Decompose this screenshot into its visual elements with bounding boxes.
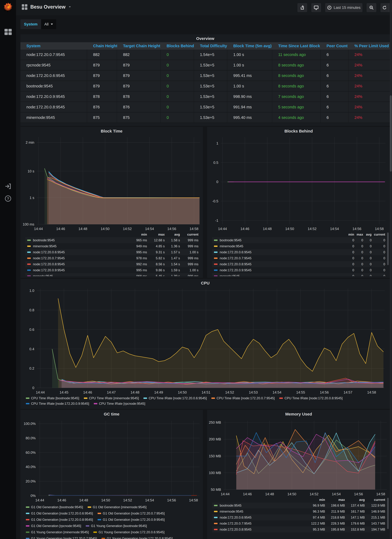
legend-item[interactable]: G1 Young Generation [bootnode:9545] [86, 524, 147, 528]
legend-header-min[interactable]: min [345, 233, 354, 236]
legend-item[interactable]: CPU Time IRate [rpcnode:9545] [94, 402, 145, 405]
panel-title-cpu[interactable]: CPU [20, 281, 390, 285]
legend-row[interactable]: minernode:9545 96.3 MB 211.9 MB 161.7 MB… [212, 509, 385, 515]
legend-header-current[interactable]: current [180, 233, 198, 236]
legend-item[interactable]: CPU Time IRate [bootnode:9545] [26, 396, 79, 400]
memory-used-graph[interactable]: 14:4414:4614:4814:5014:5214:5414:5614:58… [224, 421, 387, 490]
legend-row[interactable]: node:172.20.0.8:9545 0 0 0 0 [212, 261, 385, 267]
legend-row[interactable]: node:172.20.0.6:9545 97.4 MB 218.8 MB 14… [212, 515, 385, 520]
gc-time-graph[interactable]: 14:4414:4614:4814:5014:5214:5414:5614:58… [38, 421, 200, 496]
panel-title-blocks-behind[interactable]: Blocks Behind [207, 129, 390, 134]
legend-header-max[interactable]: max [147, 233, 165, 236]
legend-header-avg[interactable]: avg [345, 498, 365, 502]
svg-text:0.8: 0.8 [29, 308, 34, 312]
legend-header-min[interactable]: min [129, 233, 147, 236]
page-scrollbar-track [390, 0, 392, 539]
legend-row[interactable]: node:172.20.0.8:9545 95.3 MB 195.8 MB 15… [212, 526, 385, 532]
legend-header-avg[interactable]: avg [165, 233, 180, 236]
cpu-graph[interactable]: 14:4414:4514:4614:4714:4814:4914:5014:51… [37, 289, 385, 388]
variable-value-dropdown[interactable]: All [41, 19, 56, 29]
legend-row[interactable]: bootnode:9545 965 ms 12.68 s 1.58 s 999 … [25, 237, 198, 243]
tv-mode-button[interactable] [311, 3, 321, 12]
legend-row[interactable]: node:172.20.0.7:9545 978 ms 5.82 s 1.47 … [25, 255, 198, 261]
legend-item[interactable]: G1 Young Generation [node:172.20.0.7:954… [26, 537, 97, 539]
legend-row[interactable]: node:172.20.0.6:9545 995 ms 9.31 s 1.57 … [25, 249, 198, 255]
legend-row[interactable]: bootnode:9545 0 0 0 0 [212, 237, 385, 243]
column-header[interactable]: System [20, 42, 87, 50]
legend-item[interactable]: CPU Time IRate [node:172.20.0.7:9545] [211, 396, 275, 400]
column-header[interactable]: Peer Count [320, 42, 349, 50]
svg-text:14:50: 14:50 [178, 390, 187, 394]
legend-item[interactable]: CPU Time IRate [node:172.20.0.6:9545] [143, 396, 207, 400]
legend-item[interactable]: G1 Old Generation [node:172.20.0.9:9545] [98, 518, 165, 522]
legend-item[interactable]: CPU Time IRate [node:172.20.0.8:9545] [279, 396, 343, 400]
legend-row[interactable]: rpcnode:9545 968 ms 5.45 s 1.39 s 999 ms [25, 273, 198, 276]
refresh-button[interactable] [381, 3, 388, 12]
navbar: Besu Overview Last 15 minutes 10s [16, 0, 392, 15]
time-range-button[interactable]: Last 15 minutes [325, 3, 362, 12]
dashboard-title[interactable]: Besu Overview [30, 4, 66, 10]
legend-scrollbar[interactable] [387, 498, 389, 529]
legend-row[interactable]: minernode:9545 949 ms 4.85 s 1.36 s 999 … [25, 243, 198, 249]
panel-title-memory-used[interactable]: Memory Used [207, 412, 390, 416]
legend-row[interactable]: node:172.20.0.8:9545 992 ms 8.56 s 1.54 … [25, 261, 198, 267]
cell-peer-limit-used: 24% [349, 91, 389, 101]
block-time-graph[interactable]: 14:4414:4614:4814:5014:5214:5414:5614:58… [37, 137, 200, 224]
legend-scrollbar[interactable] [387, 232, 389, 265]
svg-text:40.0%: 40.0% [26, 465, 36, 469]
legend-header-avg[interactable]: avg [363, 233, 372, 236]
legend-item[interactable]: G1 Young Generation [node:172.20.0.8:954… [101, 537, 172, 539]
legend-item[interactable]: G1 Young Generation [node:172.20.0.6:954… [93, 530, 164, 534]
legend-header-max[interactable]: max [354, 233, 363, 236]
column-header[interactable]: Chain Height▼ [87, 42, 117, 50]
legend-item[interactable]: G1 Old Generation [node:172.20.0.7:9545] [98, 511, 165, 515]
legend-item[interactable]: G1 Old Generation [node:172.20.0.6:9545] [26, 511, 93, 515]
panel-cpu: CPU 14:4414:4514:4614:4714:4814:4914:501… [20, 279, 390, 409]
dashboard-title-group[interactable]: Besu Overview [22, 4, 71, 10]
legend-item[interactable]: G1 Old Generation [bootnode:9545] [26, 505, 83, 509]
legend-row[interactable]: node:172.20.0.6:9545 0 0 0 0 [212, 249, 385, 255]
dashboards-grid-icon[interactable] [5, 29, 12, 36]
svg-text:14:48: 14:48 [263, 227, 272, 231]
share-button[interactable] [297, 3, 307, 12]
cell-time-since-last-block: 11 seconds ago [272, 50, 320, 60]
column-header[interactable]: Target Chain Height [117, 42, 161, 50]
column-header[interactable]: Time Since Last Block [272, 42, 320, 50]
legend-item[interactable]: CPU Time IRate [node:172.20.0.9:9545] [26, 402, 89, 405]
legend-header-current[interactable]: current [372, 233, 385, 236]
series-color-icon [26, 506, 29, 508]
legend-header-min[interactable]: min [305, 498, 325, 502]
cell-target-chain-height: 875 [117, 112, 161, 123]
block-time-legend: min max avg current bootnode:9545 965 ms… [25, 232, 198, 276]
legend-row[interactable]: minernode:9545 0 0 0 0 [212, 243, 385, 249]
legend-row[interactable]: bootnode:9545 96.9 MB 198.6 MB 137.4 MB … [212, 502, 385, 509]
panel-title-block-time[interactable]: Block Time [20, 129, 203, 134]
svg-text:80.0%: 80.0% [26, 436, 36, 440]
cell-target-chain-height: 879 [117, 60, 161, 70]
help-icon[interactable]: ? [5, 195, 12, 202]
panel-title-gc-time[interactable]: GC time [20, 412, 203, 416]
legend-row[interactable]: rpcnode:9545 0 0 0 0 [212, 273, 385, 276]
legend-row[interactable]: node:172.20.0.7:9545 122.2 MB 228.3 MB 1… [212, 520, 385, 526]
cell-total-difficulty: 1.54e+5 [194, 50, 227, 60]
panel-title-overview[interactable]: Overview [20, 36, 390, 41]
legend-item[interactable]: G1 Old Generation [rpcnode:9545] [26, 524, 81, 528]
legend-item[interactable]: CPU Time IRate [minernode:9545] [84, 396, 139, 400]
column-header[interactable]: Block Time (5m avg) [227, 42, 272, 50]
sign-in-icon[interactable] [5, 183, 12, 190]
legend-row[interactable]: node:172.20.0.9:9545 995 ms 9.86 s 1.59 … [25, 267, 198, 273]
zoom-out-button[interactable] [367, 3, 376, 12]
page-scrollbar-handle[interactable] [390, 95, 392, 172]
column-header[interactable]: % Peer Limit Used [349, 42, 389, 50]
legend-row[interactable]: node:172.20.0.9:9545 0 0 0 0 [212, 267, 385, 273]
column-header[interactable]: Total Difficulty [194, 42, 227, 50]
legend-row[interactable]: node:172.20.0.7:9545 0 0 0 0 [212, 255, 385, 261]
legend-header-current[interactable]: current [365, 498, 385, 502]
grafana-logo[interactable] [2, 2, 14, 13]
legend-item[interactable]: G1 Old Generation [node:172.20.0.8:9545] [26, 518, 93, 522]
blocks-behind-graph[interactable]: 14:4414:4614:4814:5014:5214:5414:5614:58… [221, 137, 385, 224]
legend-item[interactable]: G1 Young Generation [minernode:9545] [26, 530, 89, 534]
legend-header-max[interactable]: max [325, 498, 345, 502]
legend-item[interactable]: G1 Old Generation [minernode:9545] [88, 505, 147, 509]
column-header[interactable]: Blocks Behind [161, 42, 194, 50]
